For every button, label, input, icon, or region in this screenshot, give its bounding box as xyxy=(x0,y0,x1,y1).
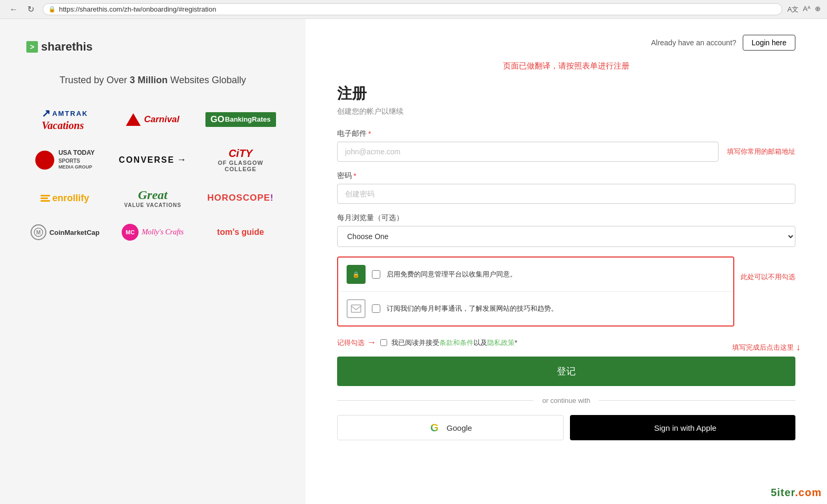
svg-text:>: > xyxy=(30,43,34,51)
monthly-select[interactable]: Choose One Under 10K 10K - 100K 100K - 5… xyxy=(337,226,795,247)
arrow-right-icon: → xyxy=(367,337,376,348)
form-title: 注册 xyxy=(337,84,795,104)
password-label: 密码* xyxy=(337,171,795,181)
watermark: 5iter.com xyxy=(771,487,822,499)
password-input[interactable] xyxy=(337,184,795,204)
newsletter-checkbox[interactable] xyxy=(372,304,380,313)
google-label: Google xyxy=(447,423,472,432)
svg-text:M: M xyxy=(36,230,40,235)
email-required: * xyxy=(368,130,371,138)
browser-actions: A文 Aᴬ ⊕ xyxy=(787,5,821,14)
refresh-button[interactable]: ↻ xyxy=(24,3,37,15)
consent-label: 启用免费的同意管理平台以收集用户同意。 xyxy=(387,270,517,279)
divider-line-right xyxy=(599,400,795,401)
annotation-click-here: 填写完成后点击这里 ↓ xyxy=(732,342,801,353)
logo: > sharethis xyxy=(26,40,279,54)
url-text: https://sharethis.com/zh-tw/onboarding/#… xyxy=(59,5,216,13)
google-button[interactable]: G Google xyxy=(337,415,564,440)
terms-row: 记得勾选 → 我已阅读并接受条款和条件以及隐私政策* xyxy=(337,337,795,348)
brand-coinmarketcap: M CoinMarketCap xyxy=(31,224,100,240)
divider-row: or continue with xyxy=(337,397,795,404)
top-bar: Already have an account? Login here xyxy=(337,35,795,51)
email-group: 电子邮件* 填写你常用的邮箱地址 xyxy=(337,129,795,162)
terms-text: 我已阅读并接受条款和条件以及隐私政策* xyxy=(391,338,517,348)
monthly-group: 每月浏览量（可选） Choose One Under 10K 10K - 100… xyxy=(337,213,795,247)
arrow-down-icon: ↓ xyxy=(796,342,801,353)
monthly-label: 每月浏览量（可选） xyxy=(337,213,795,223)
consent-checkbox-item: 🔒 启用免费的同意管理平台以收集用户同意。 xyxy=(338,258,733,292)
browser-nav: ← ↻ xyxy=(6,3,37,15)
checkbox-group: 🔒 启用免费的同意管理平台以收集用户同意。 xyxy=(337,256,734,327)
checkboxes-section: 🔒 启用免费的同意管理平台以收集用户同意。 xyxy=(337,256,795,333)
url-bar[interactable]: 🔒 https://sharethis.com/zh-tw/onboarding… xyxy=(43,3,782,15)
logo-area: > sharethis xyxy=(26,40,279,54)
brand-cityofglasgow: CiTY OF GLASGOW COLLEGE xyxy=(218,147,263,172)
right-panel: Already have an account? Login here 页面已做… xyxy=(306,19,827,504)
terms-link[interactable]: 条款和条件 xyxy=(439,339,474,347)
brand-horoscope: HOROSCOPE! xyxy=(208,193,274,203)
brand-enrollify: enrollify xyxy=(41,193,89,204)
annotation-cannot-check: 此处可以不用勾选 xyxy=(741,256,795,282)
brands-grid: ↗ AMTRAK amtrak Vacations Carnival xyxy=(26,107,279,241)
login-button[interactable]: Login here xyxy=(743,35,795,51)
apple-button[interactable]: Sign in with Apple xyxy=(570,415,795,440)
brand-greatvalue: Great Value Vacations xyxy=(124,188,181,208)
email-hint: 填写你常用的邮箱地址 xyxy=(727,147,795,156)
brand-carnival: Carnival xyxy=(126,113,179,126)
notice-text: 页面已做翻译，请按照表单进行注册 xyxy=(337,61,795,71)
svg-text:🔒: 🔒 xyxy=(352,271,360,278)
register-btn-wrapper: 登记 填写完成后点击这里 ↓ xyxy=(337,357,795,397)
register-button[interactable]: 登记 xyxy=(337,357,795,386)
brand-usatoday: USA TODAY SPORTS MEDIA GROUP xyxy=(35,149,95,170)
back-button[interactable]: ← xyxy=(6,4,21,15)
terms-section: 记得勾选 → 我已阅读并接受条款和条件以及隐私政策* xyxy=(337,337,795,348)
social-buttons: G Google Sign in with Apple xyxy=(337,415,795,440)
brand-tomsguide: tom's guide xyxy=(217,228,264,237)
annotation-remember: 记得勾选 xyxy=(337,338,365,348)
google-icon: G xyxy=(429,422,440,433)
brand-gobankingrates: GO BankingRates xyxy=(205,112,276,127)
extensions-icon[interactable]: ⊕ xyxy=(815,5,821,14)
annotation-remember-wrap: 记得勾选 → xyxy=(337,337,376,348)
trusted-text: Trusted by Over 3 Million Websites Globa… xyxy=(26,75,279,86)
left-panel: > sharethis Trusted by Over 3 Million We… xyxy=(0,19,306,504)
email-label: 电子邮件* xyxy=(337,129,795,139)
email-input-row: 填写你常用的邮箱地址 xyxy=(337,142,795,162)
envelope-icon xyxy=(347,299,366,318)
translate-icon[interactable]: A文 xyxy=(787,5,799,14)
svg-rect-5 xyxy=(351,305,361,312)
newsletter-label: 订阅我们的每月时事通讯，了解发展网站的技巧和趋势。 xyxy=(387,304,558,313)
checkboxes-wrapper: 🔒 启用免费的同意管理平台以收集用户同意。 xyxy=(337,256,734,333)
divider-line-left xyxy=(337,400,534,401)
sharethis-logo-icon: > xyxy=(26,41,38,53)
consent-checkbox[interactable] xyxy=(372,270,380,279)
brand-amtrak: ↗ AMTRAK amtrak Vacations xyxy=(42,107,88,132)
brand-converse: CONVERSE → xyxy=(119,154,187,165)
email-input[interactable] xyxy=(337,142,718,162)
brand-mollys: MC Molly's Crafts xyxy=(122,224,184,241)
privacy-link[interactable]: 隐私政策 xyxy=(487,339,515,347)
logo-text: sharethis xyxy=(41,40,93,54)
password-required: * xyxy=(353,172,356,180)
terms-checkbox[interactable] xyxy=(380,339,387,346)
password-group: 密码* xyxy=(337,171,795,204)
shield-consent-icon: 🔒 xyxy=(347,265,366,284)
already-account-text: Already have an account? xyxy=(651,38,736,47)
reader-icon[interactable]: Aᴬ xyxy=(803,5,811,14)
divider-text: or continue with xyxy=(542,397,590,404)
main-layout: > sharethis Trusted by Over 3 Million We… xyxy=(0,19,827,504)
lock-icon: 🔒 xyxy=(48,6,56,13)
apple-label: Sign in with Apple xyxy=(654,423,716,432)
browser-bar: ← ↻ 🔒 https://sharethis.com/zh-tw/onboar… xyxy=(0,0,827,19)
form-subtitle: 创建您的帐户以继续 xyxy=(337,107,795,116)
newsletter-checkbox-item: 订阅我们的每月时事通讯，了解发展网站的技巧和趋势。 xyxy=(338,292,733,325)
